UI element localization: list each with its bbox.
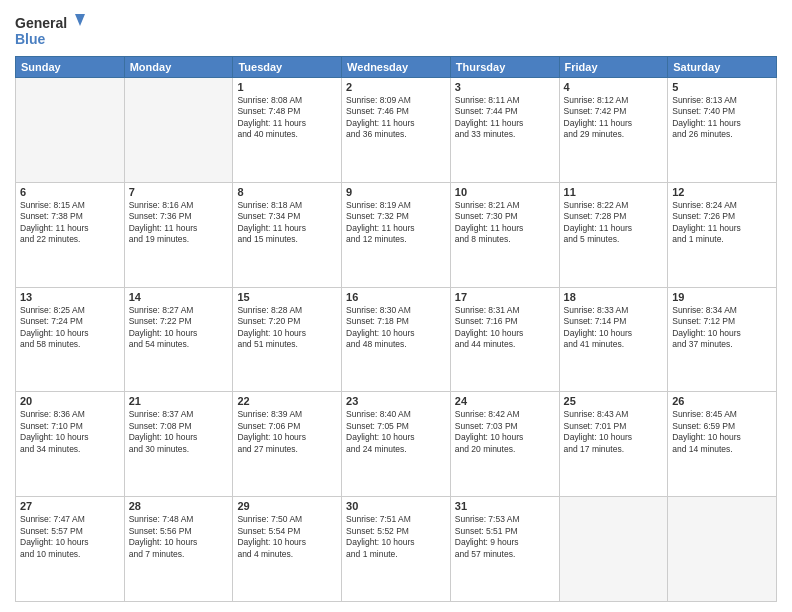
cell-info-line: Sunset: 7:12 PM — [672, 316, 772, 327]
calendar-cell: 25Sunrise: 8:43 AMSunset: 7:01 PMDayligh… — [559, 392, 668, 497]
day-number: 22 — [237, 395, 337, 407]
day-number: 17 — [455, 291, 555, 303]
cell-info-line: Sunset: 5:52 PM — [346, 526, 446, 537]
calendar-cell: 14Sunrise: 8:27 AMSunset: 7:22 PMDayligh… — [124, 287, 233, 392]
day-number: 9 — [346, 186, 446, 198]
calendar-cell: 7Sunrise: 8:16 AMSunset: 7:36 PMDaylight… — [124, 182, 233, 287]
cell-info-line: Sunset: 7:36 PM — [129, 211, 229, 222]
day-number: 13 — [20, 291, 120, 303]
cell-info-line: Sunrise: 8:34 AM — [672, 305, 772, 316]
cell-info-line: and 20 minutes. — [455, 444, 555, 455]
cell-info-line: Daylight: 11 hours — [346, 118, 446, 129]
cell-info-line: Daylight: 10 hours — [455, 328, 555, 339]
day-number: 26 — [672, 395, 772, 407]
day-number: 21 — [129, 395, 229, 407]
cell-info-line: Sunset: 7:34 PM — [237, 211, 337, 222]
cell-info-line: Daylight: 10 hours — [129, 537, 229, 548]
day-number: 19 — [672, 291, 772, 303]
cell-info-line: Daylight: 10 hours — [237, 537, 337, 548]
cell-info-line: Daylight: 10 hours — [346, 537, 446, 548]
cell-info-line: Daylight: 10 hours — [20, 537, 120, 548]
day-number: 25 — [564, 395, 664, 407]
cell-info-line: Sunrise: 8:21 AM — [455, 200, 555, 211]
weekday-header-monday: Monday — [124, 57, 233, 78]
cell-info-line: Daylight: 10 hours — [346, 328, 446, 339]
calendar-cell: 23Sunrise: 8:40 AMSunset: 7:05 PMDayligh… — [342, 392, 451, 497]
cell-info-line: Sunset: 7:48 PM — [237, 106, 337, 117]
cell-info-line: Daylight: 11 hours — [346, 223, 446, 234]
cell-info-line: and 36 minutes. — [346, 129, 446, 140]
cell-info-line: Daylight: 11 hours — [672, 118, 772, 129]
cell-info-line: Sunrise: 8:13 AM — [672, 95, 772, 106]
cell-info-line: Sunset: 7:24 PM — [20, 316, 120, 327]
calendar-cell: 12Sunrise: 8:24 AMSunset: 7:26 PMDayligh… — [668, 182, 777, 287]
cell-info-line: Daylight: 10 hours — [129, 328, 229, 339]
cell-info-line: Sunset: 7:05 PM — [346, 421, 446, 432]
cell-info-line: and 1 minute. — [346, 549, 446, 560]
day-number: 7 — [129, 186, 229, 198]
cell-info-line: Sunrise: 8:42 AM — [455, 409, 555, 420]
cell-info-line: Sunset: 7:22 PM — [129, 316, 229, 327]
cell-info-line: and 57 minutes. — [455, 549, 555, 560]
calendar-cell: 15Sunrise: 8:28 AMSunset: 7:20 PMDayligh… — [233, 287, 342, 392]
calendar-cell: 20Sunrise: 8:36 AMSunset: 7:10 PMDayligh… — [16, 392, 125, 497]
cell-info-line: Sunrise: 8:33 AM — [564, 305, 664, 316]
day-number: 31 — [455, 500, 555, 512]
cell-info-line: Daylight: 10 hours — [564, 432, 664, 443]
cell-info-line: Sunset: 7:08 PM — [129, 421, 229, 432]
calendar-cell — [16, 78, 125, 183]
day-number: 30 — [346, 500, 446, 512]
calendar-cell: 17Sunrise: 8:31 AMSunset: 7:16 PMDayligh… — [450, 287, 559, 392]
cell-info-line: Sunset: 7:40 PM — [672, 106, 772, 117]
cell-info-line: Sunset: 7:10 PM — [20, 421, 120, 432]
cell-info-line: and 48 minutes. — [346, 339, 446, 350]
cell-info-line: Sunset: 7:44 PM — [455, 106, 555, 117]
day-number: 16 — [346, 291, 446, 303]
logo: General Blue — [15, 10, 85, 50]
calendar-cell: 21Sunrise: 8:37 AMSunset: 7:08 PMDayligh… — [124, 392, 233, 497]
cell-info-line: Sunset: 7:01 PM — [564, 421, 664, 432]
calendar-cell: 30Sunrise: 7:51 AMSunset: 5:52 PMDayligh… — [342, 497, 451, 602]
cell-info-line: Sunset: 7:03 PM — [455, 421, 555, 432]
calendar-cell — [668, 497, 777, 602]
calendar-cell: 5Sunrise: 8:13 AMSunset: 7:40 PMDaylight… — [668, 78, 777, 183]
calendar-cell: 31Sunrise: 7:53 AMSunset: 5:51 PMDayligh… — [450, 497, 559, 602]
week-row-1: 6Sunrise: 8:15 AMSunset: 7:38 PMDaylight… — [16, 182, 777, 287]
calendar-cell: 27Sunrise: 7:47 AMSunset: 5:57 PMDayligh… — [16, 497, 125, 602]
day-number: 15 — [237, 291, 337, 303]
cell-info-line: and 22 minutes. — [20, 234, 120, 245]
cell-info-line: Daylight: 11 hours — [564, 118, 664, 129]
cell-info-line: Sunrise: 8:36 AM — [20, 409, 120, 420]
cell-info-line: and 8 minutes. — [455, 234, 555, 245]
cell-info-line: Sunset: 7:32 PM — [346, 211, 446, 222]
cell-info-line: and 10 minutes. — [20, 549, 120, 560]
cell-info-line: Daylight: 10 hours — [672, 328, 772, 339]
cell-info-line: Sunrise: 8:37 AM — [129, 409, 229, 420]
cell-info-line: and 15 minutes. — [237, 234, 337, 245]
cell-info-line: Sunset: 7:16 PM — [455, 316, 555, 327]
day-number: 18 — [564, 291, 664, 303]
cell-info-line: Daylight: 11 hours — [237, 118, 337, 129]
calendar-cell: 19Sunrise: 8:34 AMSunset: 7:12 PMDayligh… — [668, 287, 777, 392]
cell-info-line: Sunrise: 8:15 AM — [20, 200, 120, 211]
cell-info-line: Sunrise: 8:24 AM — [672, 200, 772, 211]
cell-info-line: and 30 minutes. — [129, 444, 229, 455]
day-number: 5 — [672, 81, 772, 93]
cell-info-line: Sunrise: 8:27 AM — [129, 305, 229, 316]
day-number: 27 — [20, 500, 120, 512]
cell-info-line: Sunrise: 8:12 AM — [564, 95, 664, 106]
cell-info-line: Sunrise: 7:47 AM — [20, 514, 120, 525]
cell-info-line: Daylight: 11 hours — [672, 223, 772, 234]
cell-info-line: and 1 minute. — [672, 234, 772, 245]
cell-info-line: Sunrise: 8:09 AM — [346, 95, 446, 106]
cell-info-line: and 26 minutes. — [672, 129, 772, 140]
week-row-3: 20Sunrise: 8:36 AMSunset: 7:10 PMDayligh… — [16, 392, 777, 497]
week-row-4: 27Sunrise: 7:47 AMSunset: 5:57 PMDayligh… — [16, 497, 777, 602]
cell-info-line: Sunset: 7:14 PM — [564, 316, 664, 327]
cell-info-line: Sunrise: 8:25 AM — [20, 305, 120, 316]
week-row-2: 13Sunrise: 8:25 AMSunset: 7:24 PMDayligh… — [16, 287, 777, 392]
cell-info-line: Daylight: 11 hours — [455, 118, 555, 129]
day-number: 4 — [564, 81, 664, 93]
calendar-cell: 1Sunrise: 8:08 AMSunset: 7:48 PMDaylight… — [233, 78, 342, 183]
cell-info-line: and 37 minutes. — [672, 339, 772, 350]
